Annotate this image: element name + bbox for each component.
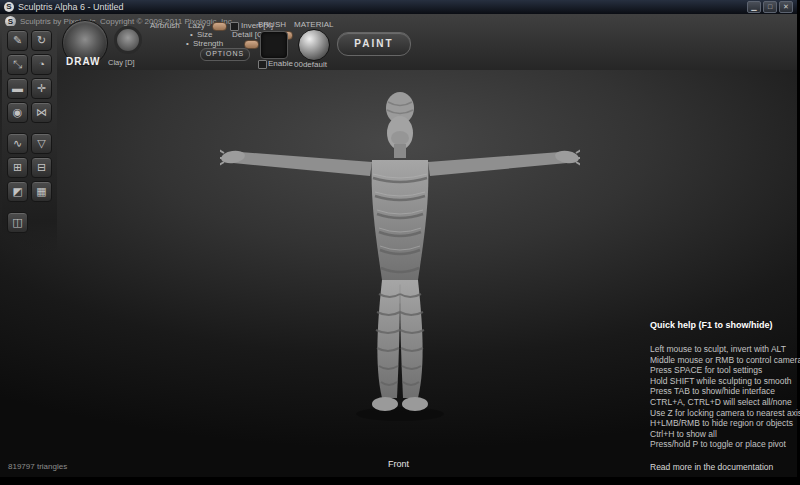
tool-smooth[interactable]: ∿: [7, 133, 28, 154]
tool-reduce-selected[interactable]: ⊟: [31, 157, 52, 178]
size-bullet: •: [190, 30, 193, 39]
clay-brush-circle[interactable]: [114, 26, 142, 54]
tool-grab[interactable]: ✛: [31, 78, 52, 99]
tool-pinch[interactable]: ⋈: [31, 102, 52, 123]
strength-label: Strength: [193, 39, 223, 48]
tool-group-divider: [7, 205, 52, 209]
tool-rotate[interactable]: ↻: [31, 30, 52, 51]
close-button[interactable]: ✕: [779, 1, 793, 13]
help-line: Left mouse to sculpt, invert with ALT: [650, 344, 795, 355]
clay-label: Clay [D]: [108, 58, 135, 67]
material-name: 00default: [294, 60, 327, 69]
tool-sidebar: ✎ ↻ ⤡ ◔ ▬ ✛ ◉ ⋈ ∿ ▽ ⊞ ⊟ ◩ ▦ ◫: [2, 26, 57, 256]
tool-subdivide-all[interactable]: ⊞: [7, 157, 28, 178]
sculpt-viewport[interactable]: Quick help (F1 to show/hide) Left mouse …: [0, 70, 797, 477]
tool-reduce-brush[interactable]: ▽: [31, 133, 52, 154]
maximize-button[interactable]: □: [763, 1, 777, 13]
tool-grid: ✎ ↻ ⤡ ◔ ▬ ✛ ◉ ⋈ ∿ ▽ ⊞ ⊟ ◩ ▦ ◫: [7, 30, 57, 233]
material-sphere[interactable]: [298, 29, 330, 61]
lazy-slider-handle[interactable]: [212, 22, 227, 31]
toolbar: S Sculptris by Pixologic. Copyright © 20…: [0, 14, 797, 71]
app-window: S Sculptris Alpha 6 - Untitled ▁ □ ✕ S S…: [0, 0, 797, 477]
tool-wireframe[interactable]: ▦: [31, 181, 52, 202]
enable-label: Enable: [268, 59, 293, 68]
strength-bullet: •: [186, 39, 189, 48]
help-line: CTRL+A, CTRL+D will select all/none: [650, 397, 795, 408]
view-orientation-label: Front: [0, 459, 797, 469]
help-line: Press TAB to show/hide interface: [650, 386, 795, 397]
window-controls: ▁ □ ✕: [747, 1, 793, 13]
help-line: Press/hold P to toggle or place pivot: [650, 439, 795, 450]
help-line: Hold SHIFT while sculpting to smooth: [650, 376, 795, 387]
paint-mode-button[interactable]: PAINT: [337, 32, 411, 56]
lazy-toggle[interactable]: Lazy: [188, 21, 205, 30]
options-button[interactable]: OPTIONS: [200, 48, 250, 61]
brush-texture-slot[interactable]: [260, 31, 288, 59]
tool-group-divider: [7, 126, 52, 130]
tool-scale[interactable]: ⤡: [7, 54, 28, 75]
tool-symmetry[interactable]: ◫: [7, 212, 28, 233]
help-line: Use Z for locking camera to nearest axis: [650, 408, 795, 419]
brush-section-label: BRUSH: [258, 20, 286, 29]
titlebar: S Sculptris Alpha 6 - Untitled ▁ □ ✕: [0, 0, 797, 14]
tool-inflate[interactable]: ◉: [7, 102, 28, 123]
tool-mask[interactable]: ◩: [7, 181, 28, 202]
airbrush-toggle[interactable]: Airbrush: [150, 21, 180, 30]
quick-help-panel: Quick help (F1 to show/hide) Left mouse …: [650, 320, 795, 472]
tool-flatten[interactable]: ▬: [7, 78, 28, 99]
app-icon: S: [4, 2, 14, 12]
draw-label: DRAW: [66, 56, 101, 67]
model-figure[interactable]: [220, 78, 580, 426]
enable-checkbox[interactable]: [258, 60, 267, 69]
help-line: Ctrl+H to show all: [650, 429, 795, 440]
tool-draw[interactable]: ◔: [31, 54, 52, 75]
size-label: Size: [197, 30, 213, 39]
window-title: Sculptris Alpha 6 - Untitled: [18, 2, 747, 12]
help-line: Press SPACE for tool settings: [650, 365, 795, 376]
minimize-button[interactable]: ▁: [747, 1, 761, 13]
quick-help-title: Quick help (F1 to show/hide): [650, 320, 795, 330]
help-line: Middle mouse or RMB to control camera: [650, 355, 795, 366]
material-section-label: MATERIAL: [294, 20, 333, 29]
tool-crease[interactable]: ✎: [7, 30, 28, 51]
help-line: H+LMB/RMB to hide region or objects: [650, 418, 795, 429]
